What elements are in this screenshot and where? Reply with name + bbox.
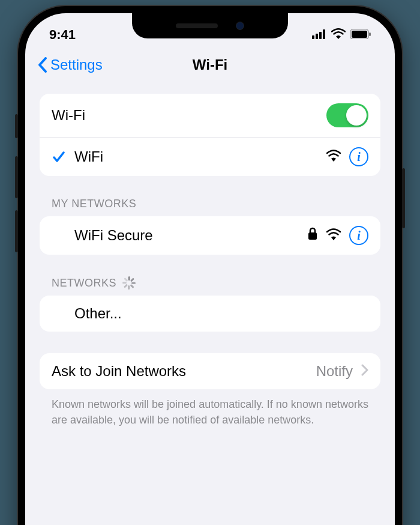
connected-network-row[interactable]: WiFi i: [40, 137, 380, 176]
back-label: Settings: [50, 56, 103, 73]
wifi-signal-icon: [326, 148, 341, 165]
wifi-toggle-label: Wi-Fi: [52, 107, 326, 124]
notch: [132, 13, 288, 38]
checkmark-icon: [52, 150, 66, 164]
wifi-icon: [331, 27, 346, 43]
my-network-row[interactable]: WiFi Secure i: [40, 216, 380, 255]
networks-header-label: NETWORKS: [52, 277, 116, 290]
svg-rect-7: [308, 232, 317, 240]
cellular-icon: [312, 27, 326, 43]
volume-up-button: [15, 156, 18, 198]
my-networks-header: MY NETWORKS: [40, 198, 380, 216]
phone-frame: 9:41 Settings Wi-Fi: [18, 6, 402, 525]
ask-to-join-footer: Known networks will be joined automatica…: [40, 389, 380, 428]
my-network-name: WiFi Secure: [74, 227, 307, 244]
mute-switch: [15, 114, 18, 138]
svg-rect-1: [316, 34, 318, 39]
svg-rect-0: [312, 35, 314, 39]
other-network-row[interactable]: Other...: [40, 296, 380, 332]
ask-to-join-label: Ask to Join Networks: [52, 363, 316, 380]
page-title: Wi-Fi: [193, 56, 227, 73]
svg-rect-6: [369, 32, 371, 36]
status-time: 9:41: [49, 27, 76, 43]
wifi-signal-icon: [326, 227, 341, 244]
other-network-label: Other...: [74, 305, 368, 322]
wifi-toggle-row: Wi-Fi: [40, 94, 380, 137]
wifi-toggle[interactable]: [326, 103, 368, 127]
chevron-right-icon: [361, 363, 368, 380]
screen: 9:41 Settings Wi-Fi: [25, 13, 395, 525]
lock-icon: [307, 227, 318, 244]
ask-to-join-value: Notify: [316, 363, 353, 380]
connected-network-name: WiFi: [74, 148, 326, 165]
front-camera: [236, 22, 244, 30]
ask-to-join-row[interactable]: Ask to Join Networks Notify: [40, 353, 380, 389]
volume-down-button: [15, 210, 18, 252]
loading-spinner-icon: [122, 276, 136, 290]
battery-icon: [350, 27, 371, 43]
svg-rect-5: [352, 31, 367, 38]
wifi-main-card: Wi-Fi WiFi: [40, 94, 380, 176]
svg-rect-2: [319, 32, 322, 39]
side-button: [402, 168, 405, 228]
networks-header: NETWORKS: [40, 276, 380, 296]
content: Wi-Fi WiFi: [25, 82, 395, 461]
svg-rect-3: [323, 29, 325, 39]
back-button[interactable]: Settings: [37, 56, 103, 73]
chevron-left-icon: [37, 56, 48, 73]
network-info-button[interactable]: i: [349, 147, 368, 166]
speaker: [176, 23, 218, 28]
network-info-button[interactable]: i: [349, 226, 368, 245]
